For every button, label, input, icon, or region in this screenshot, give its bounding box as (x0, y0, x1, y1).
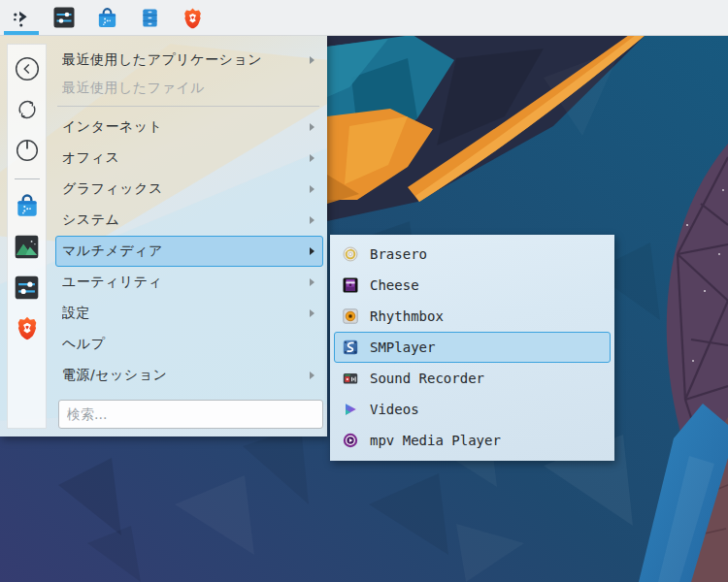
submenu-caret-icon (310, 154, 314, 162)
active-task-underline (4, 31, 39, 35)
rhythmbox-icon (343, 308, 358, 324)
taskbar (0, 0, 728, 36)
videos-player-icon (343, 402, 358, 417)
menu-item-recent-apps[interactable]: 最近使用したアプリケーション (55, 45, 323, 76)
sidebar-divider (15, 178, 40, 179)
file-cabinet-app-icon (139, 7, 161, 29)
submenu-caret-icon (310, 247, 314, 255)
application-menu-panel: 最近使用したアプリケーション 最近使用したファイル インターネット オフィス グ… (0, 36, 327, 436)
discover-store-icon (95, 6, 119, 30)
submenu-item-smplayer[interactable]: SMPlayer (334, 332, 611, 363)
menu-divider (57, 106, 319, 107)
menu-item-label: システム (62, 211, 304, 229)
menu-item-label: インターネット (62, 118, 304, 136)
submenu-caret-icon (310, 185, 314, 193)
smplayer-icon (343, 340, 358, 355)
taskbar-file-cabinet-app[interactable] (128, 0, 171, 35)
application-launcher-icon (9, 5, 34, 30)
taskbar-discover[interactable] (85, 0, 128, 35)
submenu-item-brasero[interactable]: Brasero (334, 239, 611, 270)
submenu-item-videos[interactable]: Videos (334, 394, 611, 425)
sidebar-image-viewer-shortcut[interactable] (13, 232, 42, 261)
menu-item-system[interactable]: システム (55, 205, 323, 236)
submenu-caret-icon (310, 123, 314, 131)
image-viewer-icon (14, 234, 40, 260)
brave-browser-icon (181, 6, 205, 30)
menu-item-label: グラフィックス (62, 180, 304, 198)
cheese-webcam-icon (343, 277, 358, 293)
power-icon (15, 138, 40, 163)
submenu-item-rhythmbox[interactable]: Rhythmbox (334, 301, 611, 332)
menu-item-label: 最近使用したアプリケーション (62, 51, 304, 69)
menu-item-label: 電源/セッション (62, 367, 304, 384)
submenu-item-cheese[interactable]: Cheese (334, 270, 611, 301)
taskbar-audio-sliders-app[interactable] (43, 0, 85, 35)
submenu-item-label: SMPlayer (370, 340, 435, 355)
submenu-item-label: Brasero (370, 246, 427, 262)
search-input[interactable] (58, 400, 323, 429)
menu-item-recent-files: 最近使用したファイル (55, 76, 323, 101)
menu-item-label: マルチメディア (62, 242, 304, 260)
sidebar-power-button[interactable] (13, 136, 42, 165)
sidebar-brave-shortcut[interactable] (13, 313, 42, 342)
menu-item-label: 最近使用したファイル (62, 80, 314, 97)
taskbar-app-launcher[interactable] (0, 0, 43, 35)
discover-store-icon (14, 192, 41, 219)
submenu-item-label: Videos (370, 402, 419, 417)
menu-item-label: 設定 (62, 305, 304, 322)
menu-item-multimedia[interactable]: マルチメディア (55, 236, 323, 267)
audio-sliders-app-icon (52, 6, 76, 29)
menu-item-label: ユーティリティ (62, 274, 304, 291)
sidebar-audio-sliders-shortcut[interactable] (13, 273, 42, 302)
submenu-item-mpv[interactable]: mpv Media Player (334, 425, 611, 456)
menu-item-graphics[interactable]: グラフィックス (55, 174, 323, 205)
sound-recorder-icon (343, 371, 358, 386)
brasero-disc-icon (343, 246, 358, 262)
menu-item-settings[interactable]: 設定 (55, 298, 323, 329)
mpv-player-icon (343, 433, 358, 448)
submenu-item-label: Cheese (370, 277, 419, 293)
taskbar-brave[interactable] (171, 0, 214, 35)
menu-item-utilities[interactable]: ユーティリティ (55, 267, 323, 298)
audio-sliders-app-icon (14, 275, 40, 301)
submenu-caret-icon (310, 372, 314, 379)
menu-item-help[interactable]: ヘルプ (55, 329, 323, 360)
menu-item-list: 最近使用したアプリケーション 最近使用したファイル インターネット オフィス グ… (55, 45, 323, 431)
sidebar-discover-shortcut[interactable] (13, 191, 42, 220)
menu-item-internet[interactable]: インターネット (55, 112, 323, 143)
submenu-caret-icon (310, 216, 314, 224)
submenu-item-label: Rhythmbox (370, 308, 444, 324)
submenu-caret-icon (310, 309, 314, 317)
submenu-item-label: mpv Media Player (370, 433, 501, 448)
menu-item-power-session[interactable]: 電源/セッション (55, 360, 323, 391)
refresh-icon (15, 97, 40, 122)
multimedia-submenu: Brasero Cheese Rhythmbox (330, 235, 614, 461)
sidebar-refresh-button[interactable] (13, 95, 42, 124)
menu-item-label: オフィス (62, 149, 304, 167)
menu-sidebar (7, 44, 47, 429)
brave-browser-icon (14, 314, 41, 341)
submenu-caret-icon (310, 278, 314, 286)
submenu-item-sound-recorder[interactable]: Sound Recorder (334, 363, 611, 394)
menu-item-label: ヘルプ (62, 336, 314, 353)
sidebar-back-button[interactable] (13, 54, 42, 83)
submenu-caret-icon (310, 56, 314, 64)
menu-item-office[interactable]: オフィス (55, 143, 323, 174)
back-icon (15, 56, 40, 81)
submenu-item-label: Sound Recorder (370, 371, 484, 386)
